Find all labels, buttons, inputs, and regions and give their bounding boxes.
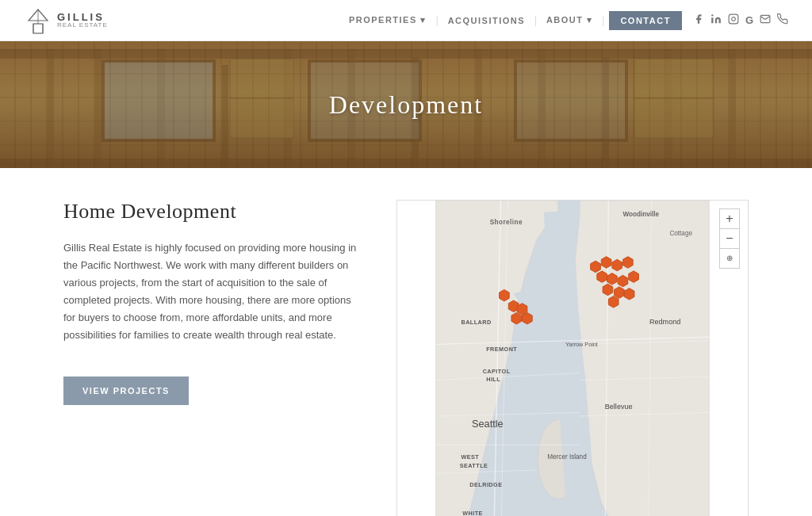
- nav-acquisitions[interactable]: ACQUISITIONS: [443, 13, 530, 29]
- main-content: Home Development Gillis Real Estate is h…: [0, 168, 812, 516]
- instagram-icon[interactable]: [728, 13, 739, 28]
- svg-marker-70: [591, 261, 601, 273]
- view-projects-button[interactable]: VIEW PROJECTS: [63, 376, 189, 405]
- svg-text:Woodinville: Woodinville: [622, 211, 659, 218]
- svg-marker-71: [601, 257, 611, 269]
- zoom-out-button[interactable]: −: [720, 229, 739, 248]
- facebook-icon[interactable]: [693, 13, 704, 28]
- svg-text:Cottage: Cottage: [669, 230, 692, 237]
- svg-marker-69: [511, 312, 522, 324]
- zoom-in-button[interactable]: +: [720, 209, 739, 228]
- nav-separator-1: |: [436, 14, 439, 27]
- logo-icon: [24, 6, 52, 35]
- svg-text:Redmond: Redmond: [649, 318, 680, 326]
- svg-marker-73: [622, 257, 633, 269]
- svg-marker-81: [608, 296, 619, 308]
- svg-rect-6: [729, 14, 738, 24]
- nav-properties[interactable]: PROPERTIES ▾: [344, 12, 431, 29]
- svg-marker-78: [603, 284, 613, 296]
- main-nav: PROPERTIES ▾ | ACQUISITIONS | ABOUT ▾ | …: [344, 11, 788, 30]
- svg-marker-77: [629, 271, 639, 283]
- svg-text:Yarrow Point: Yarrow Point: [565, 341, 598, 348]
- svg-rect-0: [33, 24, 43, 33]
- svg-point-5: [711, 14, 713, 16]
- svg-text:WHITE: WHITE: [462, 510, 483, 516]
- svg-text:Seattle: Seattle: [472, 419, 504, 430]
- hero-title: Development: [329, 90, 483, 120]
- nav-about[interactable]: ABOUT ▾: [542, 12, 598, 29]
- nav-separator-2: |: [534, 14, 537, 27]
- section-title: Home Development: [63, 200, 365, 224]
- social-icons: G: [693, 13, 788, 28]
- site-header: GILLIS REAL ESTATE PROPERTIES ▾ | ACQUIS…: [0, 0, 812, 41]
- map-svg: Shoreline Woodinville Cottage BALLARD FR…: [397, 201, 748, 516]
- svg-text:SEATTLE: SEATTLE: [460, 462, 488, 469]
- nav-separator-3: |: [603, 14, 605, 27]
- svg-text:DELRIDGE: DELRIDGE: [469, 481, 502, 488]
- google-icon[interactable]: G: [745, 14, 753, 27]
- logo-tagline: REAL ESTATE: [57, 22, 108, 29]
- body-text: Gillis Real Estate is highly focused on …: [63, 239, 365, 345]
- svg-marker-80: [624, 289, 634, 300]
- hero-section: Development: [0, 41, 812, 168]
- phone-icon[interactable]: [777, 13, 788, 28]
- svg-marker-72: [612, 259, 622, 271]
- svg-text:BALLARD: BALLARD: [461, 319, 491, 326]
- svg-marker-74: [597, 271, 607, 283]
- svg-text:FREMONT: FREMONT: [486, 346, 517, 353]
- svg-text:CAPITOL: CAPITOL: [483, 368, 511, 375]
- svg-text:WEST: WEST: [461, 453, 479, 461]
- navigate-button[interactable]: ⊕: [720, 249, 739, 268]
- svg-text:Shoreline: Shoreline: [490, 219, 523, 226]
- svg-marker-79: [615, 287, 625, 299]
- content-left: Home Development Gillis Real Estate is h…: [63, 200, 365, 405]
- svg-text:HILL: HILL: [486, 376, 500, 383]
- svg-marker-76: [618, 275, 628, 287]
- linkedin-icon[interactable]: [710, 13, 722, 28]
- svg-marker-68: [523, 312, 533, 324]
- svg-marker-67: [517, 304, 527, 315]
- svg-marker-65: [500, 289, 510, 301]
- svg-text:Bellevue: Bellevue: [605, 403, 633, 411]
- svg-marker-75: [607, 273, 618, 285]
- svg-text:Mercer Island: Mercer Island: [547, 453, 587, 461]
- map-controls: + − ⊕: [719, 208, 740, 269]
- logo[interactable]: GILLIS REAL ESTATE: [24, 6, 108, 35]
- nav-contact-button[interactable]: CONTACT: [609, 11, 681, 30]
- email-icon[interactable]: [760, 13, 771, 28]
- map-container[interactable]: Shoreline Woodinville Cottage BALLARD FR…: [396, 200, 749, 516]
